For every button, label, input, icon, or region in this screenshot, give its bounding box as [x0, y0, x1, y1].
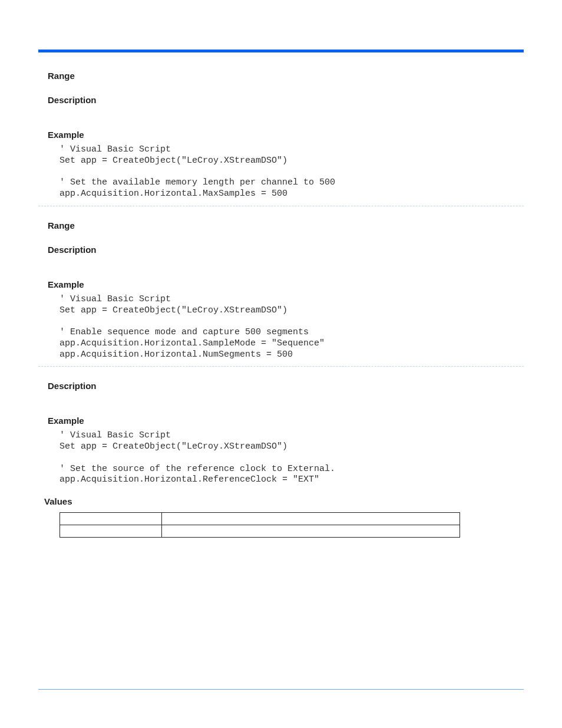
description-heading: Description [48, 95, 524, 105]
range-heading: Range [48, 220, 524, 230]
header-separator [38, 50, 524, 52]
values-heading: Values [44, 496, 524, 506]
description-heading: Description [48, 381, 524, 391]
section-divider [38, 206, 524, 206]
section-divider [38, 366, 524, 367]
page-content: Range Description Example ' Visual Basic… [48, 71, 524, 538]
description-heading: Description [48, 245, 524, 255]
footer-separator [38, 689, 524, 690]
example-code: ' Visual Basic Script Set app = CreateOb… [59, 430, 524, 486]
table-cell [60, 513, 162, 525]
example-heading: Example [48, 130, 524, 140]
range-heading: Range [48, 71, 524, 81]
table-cell [162, 525, 460, 538]
example-heading: Example [48, 416, 524, 426]
values-table [59, 512, 460, 538]
table-row [60, 525, 460, 538]
example-heading: Example [48, 279, 524, 289]
example-code: ' Visual Basic Script Set app = CreateOb… [59, 294, 524, 361]
table-cell [162, 513, 460, 525]
example-code: ' Visual Basic Script Set app = CreateOb… [59, 144, 524, 200]
table-cell [60, 525, 162, 538]
table-row [60, 513, 460, 525]
